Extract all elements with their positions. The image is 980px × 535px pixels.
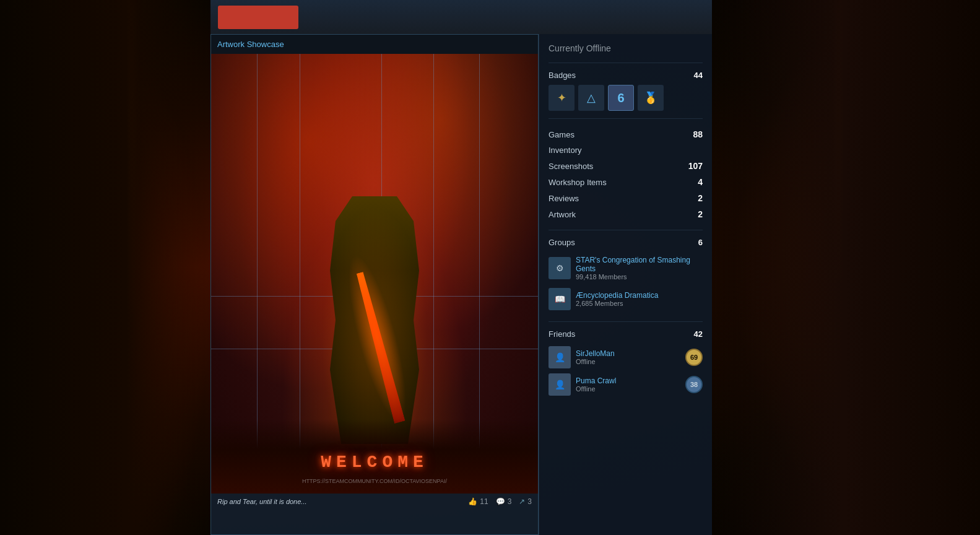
artwork-caption: Rip and Tear, until it is done... xyxy=(217,498,461,505)
artwork-label: Artwork xyxy=(549,210,576,219)
group-info-1: STAR's Congregation of Smashing Gents 99… xyxy=(576,256,703,281)
friend-info-2: Puma Crawl Offline xyxy=(576,376,680,393)
badges-title: Badges 44 xyxy=(549,71,703,80)
share-icon: ↗ xyxy=(519,497,525,506)
group-members-1: 99,418 Members xyxy=(576,273,703,281)
divider-1 xyxy=(549,63,703,63)
group-item-1[interactable]: ⚙ STAR's Congregation of Smashing Gents … xyxy=(549,252,703,284)
star-badge[interactable]: ✦ xyxy=(549,85,575,111)
friend-level-1: 69 xyxy=(685,349,703,366)
workshop-row[interactable]: Workshop Items 4 xyxy=(549,174,703,190)
friends-section: Friends 42 👤 SirJelloMan Offline 69 👤 Pu… xyxy=(549,329,703,398)
friend-level-2: 38 xyxy=(685,376,703,393)
divider-4 xyxy=(549,321,703,322)
shares-stat[interactable]: ↗ 3 xyxy=(519,497,532,506)
top-bar-button[interactable] xyxy=(218,6,298,29)
friends-label: Friends xyxy=(549,329,575,339)
artwork-footer: Rip and Tear, until it is done... 👍 11 💬… xyxy=(211,494,538,510)
welcome-text: WELCOME xyxy=(321,453,428,472)
right-pillar xyxy=(708,0,980,535)
friend-name-2[interactable]: Puma Crawl xyxy=(576,376,680,385)
group-members-2: 2,685 Members xyxy=(576,300,703,307)
friends-count: 42 xyxy=(694,329,703,339)
friend-status-1: Offline xyxy=(576,358,680,365)
games-row[interactable]: Games 88 xyxy=(549,126,703,142)
screenshots-label: Screenshots xyxy=(549,162,593,171)
artwork-image[interactable]: WELCOME HTTPS://STEAMCOMMUNITY.COM/ID/OC… xyxy=(211,54,538,494)
comments-count: 3 xyxy=(508,497,512,506)
group-item-2[interactable]: 📖 Æncyclopedia Dramatica 2,685 Members xyxy=(549,284,703,314)
workshop-label: Workshop Items xyxy=(549,178,607,187)
workshop-count: 4 xyxy=(698,177,703,187)
group-avatar-1: ⚙ xyxy=(549,257,571,279)
screenshots-count: 107 xyxy=(688,161,703,171)
artwork-count: 2 xyxy=(698,209,703,219)
comments-stat[interactable]: 💬 3 xyxy=(496,497,512,506)
friend-name-1[interactable]: SirJelloMan xyxy=(576,349,680,358)
divider-2 xyxy=(549,118,703,119)
url-text: HTTPS://STEAMCOMMUNITY.COM/ID/OCTAVIOSEN… xyxy=(302,478,447,484)
main-content: Artwork Showcase xyxy=(210,34,712,535)
top-bar xyxy=(210,0,712,34)
groups-header: Groups 6 xyxy=(549,238,703,247)
shares-count: 3 xyxy=(527,497,532,506)
reviews-count: 2 xyxy=(698,193,703,203)
group-name-1[interactable]: STAR's Congregation of Smashing Gents xyxy=(576,256,703,273)
screenshots-row[interactable]: Screenshots 107 xyxy=(549,158,703,174)
badges-label: Badges xyxy=(549,71,576,80)
likes-stat[interactable]: 👍 11 xyxy=(468,497,488,506)
coin-badge[interactable]: 🥇 xyxy=(638,85,664,111)
friend-item-1[interactable]: 👤 SirJelloMan Offline 69 xyxy=(549,344,703,371)
badges-section: Badges 44 ✦ △ 6 🥇 xyxy=(549,71,703,111)
games-count: 88 xyxy=(693,129,703,139)
group-avatar-2: 📖 xyxy=(549,288,571,310)
showcase-title: Artwork Showcase xyxy=(211,35,538,54)
games-label: Games xyxy=(549,130,575,139)
six-badge[interactable]: 6 xyxy=(608,85,634,111)
groups-label: Groups xyxy=(549,238,575,247)
like-icon: 👍 xyxy=(468,497,477,506)
doom-slayer-figure xyxy=(288,147,461,444)
profile-panel: Currently Offline Badges 44 ✦ △ 6 🥇 Game… xyxy=(539,34,712,535)
groups-section: Groups 6 ⚙ STAR's Congregation of Smashi… xyxy=(549,238,703,314)
friends-header: Friends 42 xyxy=(549,329,703,339)
left-pillar xyxy=(0,0,210,535)
badges-count: 44 xyxy=(694,71,703,80)
reviews-row[interactable]: Reviews 2 xyxy=(549,190,703,206)
inventory-label: Inventory xyxy=(549,146,581,155)
triangle-badge[interactable]: △ xyxy=(578,85,604,111)
group-name-2[interactable]: Æncyclopedia Dramatica xyxy=(576,291,703,300)
friend-item-2[interactable]: 👤 Puma Crawl Offline 38 xyxy=(549,371,703,398)
friend-avatar-2: 👤 xyxy=(549,373,571,396)
comment-icon: 💬 xyxy=(496,497,505,506)
likes-count: 11 xyxy=(480,497,488,506)
groups-count: 6 xyxy=(698,238,703,247)
inventory-row[interactable]: Inventory xyxy=(549,142,703,158)
friend-info-1: SirJelloMan Offline xyxy=(576,349,680,365)
reviews-label: Reviews xyxy=(549,194,579,203)
friend-status-2: Offline xyxy=(576,385,680,393)
artwork-row[interactable]: Artwork 2 xyxy=(549,206,703,222)
divider-3 xyxy=(549,230,703,230)
badges-icons: ✦ △ 6 🥇 xyxy=(549,85,703,111)
status-text: Currently Offline xyxy=(549,43,703,53)
group-info-2: Æncyclopedia Dramatica 2,685 Members xyxy=(576,291,703,307)
friend-avatar-1: 👤 xyxy=(549,346,571,368)
artwork-showcase-panel: Artwork Showcase xyxy=(210,34,539,535)
